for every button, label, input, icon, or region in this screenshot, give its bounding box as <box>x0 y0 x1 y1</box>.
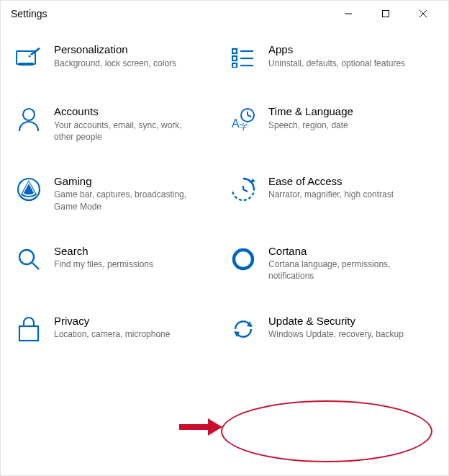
annotation-ellipse <box>221 400 432 462</box>
tile-update-security[interactable]: Update & Security Windows Update, recove… <box>228 314 435 344</box>
tile-gaming[interactable]: Gaming Game bar, captures, broadcasting,… <box>14 174 221 212</box>
svg-rect-9 <box>232 63 237 68</box>
cortana-icon <box>228 244 258 274</box>
tile-personalization[interactable]: Personalization Background, lock screen,… <box>14 42 221 73</box>
tile-desc: Find my files, permissions <box>54 259 153 270</box>
svg-point-25 <box>234 250 253 269</box>
search-icon <box>14 244 44 274</box>
window-controls <box>336 4 443 24</box>
svg-point-23 <box>19 250 34 264</box>
tile-desc: Location, camera, microphone <box>54 328 170 340</box>
settings-grid: Personalization Background, lock screen,… <box>1 27 448 357</box>
tile-desc: Background, lock screen, colors <box>54 58 176 69</box>
tile-ease-of-access[interactable]: Ease of Access Narrator, magnifier, high… <box>228 174 435 212</box>
settings-window: Settings Per <box>0 0 449 476</box>
svg-rect-7 <box>232 49 237 53</box>
tile-title: Apps <box>268 42 405 57</box>
tile-title: Accounts <box>54 104 198 119</box>
svg-text:A: A <box>232 117 240 130</box>
tile-desc: Game bar, captures, broadcasting, Game M… <box>54 189 198 212</box>
tile-title: Gaming <box>54 174 198 189</box>
tile-search[interactable]: Search Find my files, permissions <box>14 244 221 282</box>
tile-cortana[interactable]: Cortana Cortana language, permissions, n… <box>228 244 435 282</box>
svg-point-6 <box>29 55 31 58</box>
tile-time-language[interactable]: A 字 Time & Language Speech, region, date <box>228 104 435 143</box>
tile-desc: Your accounts, email, sync, work, other … <box>54 120 198 143</box>
apps-icon <box>228 42 258 73</box>
svg-rect-5 <box>19 63 33 66</box>
close-button[interactable] <box>411 4 435 24</box>
tile-desc: Windows Update, recovery, backup <box>268 328 404 340</box>
minimize-button[interactable] <box>336 4 360 24</box>
privacy-icon <box>14 314 44 344</box>
titlebar: Settings <box>1 1 448 27</box>
tile-apps[interactable]: Apps Uninstall, defaults, optional featu… <box>228 42 435 73</box>
annotation-arrow <box>179 418 222 436</box>
tile-desc: Speech, region, date <box>268 120 353 131</box>
time-language-icon: A 字 <box>228 104 258 135</box>
tile-desc: Cortana language, permissions, notificat… <box>268 259 412 282</box>
gaming-icon <box>14 174 44 205</box>
tile-title: Cortana <box>268 244 412 259</box>
tile-title: Privacy <box>54 314 170 328</box>
svg-rect-29 <box>179 424 208 430</box>
ease-of-access-icon <box>228 174 258 205</box>
update-security-icon <box>228 314 258 344</box>
tile-desc: Narrator, magnifier, high contrast <box>268 189 394 200</box>
personalization-icon <box>14 42 44 73</box>
svg-line-22 <box>243 189 248 192</box>
svg-marker-30 <box>208 418 222 436</box>
maximize-button[interactable] <box>373 4 398 24</box>
svg-line-24 <box>32 263 39 269</box>
svg-rect-8 <box>232 56 237 60</box>
tile-title: Update & Security <box>268 314 404 328</box>
accounts-icon <box>14 104 44 135</box>
tile-title: Ease of Access <box>268 174 394 189</box>
svg-text:字: 字 <box>240 122 248 131</box>
tile-privacy[interactable]: Privacy Location, camera, microphone <box>14 314 221 344</box>
tile-accounts[interactable]: Accounts Your accounts, email, sync, wor… <box>14 104 221 143</box>
svg-rect-26 <box>19 326 38 341</box>
svg-line-16 <box>248 115 251 117</box>
tile-desc: Uninstall, defaults, optional features <box>268 58 405 69</box>
window-title: Settings <box>11 8 47 19</box>
svg-rect-1 <box>383 11 389 17</box>
tile-title: Time & Language <box>268 104 353 119</box>
svg-point-13 <box>23 109 35 120</box>
tile-title: Search <box>54 244 153 259</box>
tile-title: Personalization <box>54 42 176 57</box>
